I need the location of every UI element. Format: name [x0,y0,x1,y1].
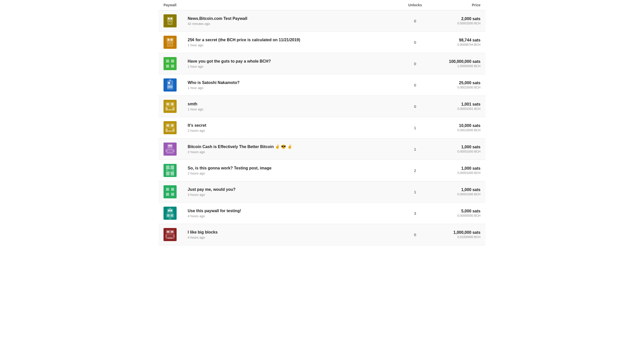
row-price: 1,000,000 sats 0.01000000 BCH [430,230,480,239]
table-row[interactable]: Bitcoin Cash is Effectively The Better B… [158,139,486,160]
row-unlocks: 3 [400,211,430,215]
svg-rect-33 [171,103,174,105]
table-row[interactable]: Have you got the guts to pay a whole BCH… [158,53,486,74]
avatar [164,36,177,49]
svg-rect-40 [167,124,169,127]
price-bch: 0.01000000 BCH [430,235,480,239]
svg-rect-6 [166,19,167,21]
row-unlocks: 0 [400,104,430,109]
paywall-table: Paywall Unlocks Price News.Bitcoin.com T… [158,0,486,245]
row-content: So, is this gonna work? Testing post, im… [184,166,400,175]
svg-rect-47 [168,144,173,148]
row-time: 4 hours ago [188,236,400,239]
price-bch: 0.00005000 BCH [430,214,480,217]
svg-rect-27 [170,82,172,84]
svg-rect-57 [166,172,170,175]
svg-rect-10 [168,39,170,41]
table-row[interactable]: News.Bitcoin.com Test Paywall 42 minutes… [158,10,486,32]
svg-rect-80 [171,231,173,233]
table-row[interactable]: So, is this gonna work? Testing post, im… [158,160,486,181]
table-row[interactable]: Just pay me, would you? 3 hours ago 1 1,… [158,181,486,203]
row-time: 1 hour ago [188,43,400,47]
svg-rect-20 [166,64,170,68]
row-content: smth 1 hour ago [184,102,400,111]
svg-rect-53 [173,150,175,152]
price-sats: 1,001 sats [430,102,480,107]
svg-rect-63 [171,188,174,191]
table-row[interactable]: It's secret 2 hours ago 1 10,000 sats 0.… [158,117,486,139]
svg-rect-19 [171,60,174,63]
svg-rect-41 [171,124,174,127]
svg-rect-85 [173,235,175,238]
svg-rect-51 [168,150,173,152]
table-row[interactable]: smth 1 hour ago 0 1,001 sats 0.00001001 … [158,96,486,117]
table-body: News.Bitcoin.com Test Paywall 42 minutes… [158,10,486,245]
price-bch: 0.00098744 BCH [430,43,480,47]
row-content: News.Bitcoin.com Test Paywall 42 minutes… [184,16,400,26]
header-unlocks: Unlocks [400,3,430,7]
svg-rect-16 [169,37,171,38]
svg-rect-2 [168,18,170,19]
row-time: 1 hour ago [188,107,400,111]
row-title: 25¢ for a secret (the BCH price is calcu… [188,38,400,42]
avatar [164,207,177,220]
avatar [164,14,177,27]
price-sats: 1,000 sats [430,166,480,171]
row-content: I like big blocks 4 hours ago [184,230,400,239]
price-bch: 0.00025000 BCH [430,86,480,89]
row-price: 98,744 sats 0.00098744 BCH [430,38,480,47]
price-sats: 5,000 sats [430,209,480,213]
price-bch: 0.00001000 BCH [430,171,480,175]
row-title: Just pay me, would you? [188,187,400,192]
row-time: 2 hours ago [188,150,400,154]
avatar [164,100,177,113]
price-sats: 10,000 sats [430,123,480,128]
row-title: smth [188,102,400,106]
svg-rect-55 [166,165,170,169]
price-sats: 1,000,000 sats [430,230,480,235]
avatar [164,57,177,70]
row-price: 5,000 sats 0.00005000 BCH [430,209,480,217]
header-price: Price [430,3,480,7]
row-price: 100,000,000 sats 1.00000000 BCH [430,59,480,68]
price-bch: 0.00001001 BCH [430,107,480,111]
avatar [164,78,177,92]
svg-rect-37 [169,109,172,110]
row-price: 1,000 sats 0.00001000 BCH [430,166,480,175]
svg-rect-14 [166,41,167,43]
row-unlocks: 0 [400,83,430,87]
table-row[interactable]: Who is Satoshi Nakamoto? 1 hour ago 0 25… [158,74,486,96]
avatar [164,228,177,241]
svg-rect-56 [171,165,174,169]
row-price: 25,000 sats 0.00025000 BCH [430,81,480,89]
price-bch: 0.00001000 BCH [430,150,480,153]
row-content: 25¢ for a secret (the BCH price is calcu… [184,38,400,47]
table-row[interactable]: Use this paywall for testing! 4 hours ag… [158,203,486,224]
table-row[interactable]: I like big blocks 4 hours ago 0 1,000,00… [158,224,486,245]
row-time: 3 hours ago [188,193,400,197]
row-title: It's secret [188,123,400,128]
svg-rect-67 [166,191,174,193]
price-bch: 0.00010000 BCH [430,128,480,132]
svg-rect-28 [168,85,173,88]
row-price: 10,000 sats 0.00010000 BCH [430,123,480,132]
svg-rect-79 [167,231,169,233]
avatar [164,143,177,156]
table-row[interactable]: 25¢ for a secret (the BCH price is calcu… [158,32,486,53]
row-title: So, is this gonna work? Testing post, im… [188,166,400,170]
row-unlocks: 0 [400,62,430,66]
row-content: Who is Satoshi Nakamoto? 1 hour ago [184,80,400,90]
avatar [164,121,177,134]
row-title: Have you got the guts to pay a whole BCH… [188,59,400,64]
svg-rect-82 [167,235,174,237]
row-unlocks: 2 [400,168,430,173]
row-content: Use this paywall for testing! 4 hours ag… [184,209,400,218]
row-title: I like big blocks [188,230,400,235]
svg-rect-15 [174,41,175,43]
row-title: Use this paywall for testing! [188,209,400,213]
price-sats: 100,000,000 sats [430,59,480,64]
svg-rect-83 [168,238,173,239]
svg-rect-3 [171,18,172,19]
svg-rect-70 [168,210,170,211]
svg-rect-64 [166,192,170,196]
